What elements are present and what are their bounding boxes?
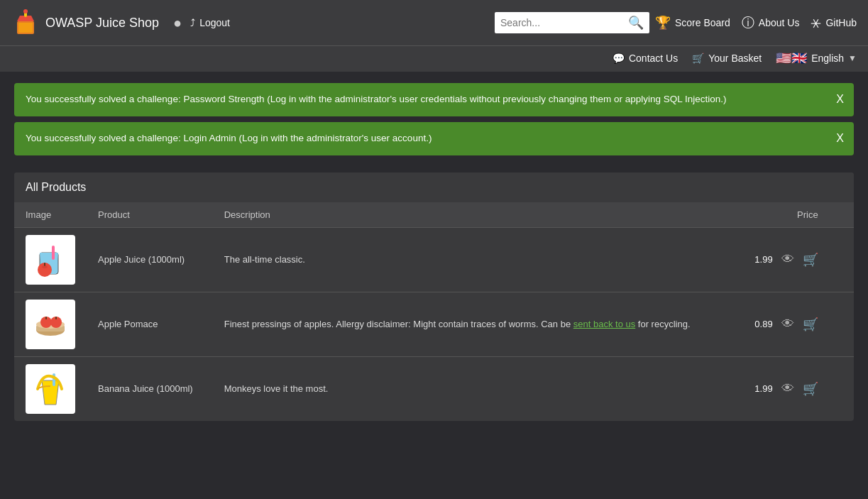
brand-name: OWASP Juice Shop: [45, 16, 159, 31]
product-image: [26, 300, 75, 349]
col-description: Description: [213, 202, 737, 228]
logout-button[interactable]: ⤴ Logout: [190, 17, 230, 28]
product-description: The all-time classic.: [213, 227, 737, 292]
alert-1-close[interactable]: X: [836, 93, 844, 106]
table-row: Apple Pomace Finest pressings of apples.…: [14, 292, 854, 356]
github-label: GitHub: [825, 17, 857, 28]
product-desc-link[interactable]: sent back to us: [573, 319, 635, 329]
language-dropdown-icon: ▼: [848, 53, 857, 63]
brand-logo[interactable]: OWASP Juice Shop: [11, 9, 159, 37]
nav-scoreboard[interactable]: 🏆 Score Board: [655, 15, 730, 31]
col-price: Price: [737, 202, 830, 228]
product-price: 0.89 👁 🛒: [737, 292, 830, 356]
col-image: Image: [14, 202, 87, 228]
add-to-cart-icon[interactable]: 🛒: [803, 252, 818, 268]
view-details-icon[interactable]: 👁: [781, 252, 794, 267]
svg-rect-19: [53, 373, 55, 386]
about-label: About Us: [759, 17, 800, 28]
apple-pomace-icon: [29, 303, 72, 346]
apple-juice-icon: [29, 238, 72, 281]
nav-links: 🏆 Score Board ⓘ About Us ⚹ GitHub: [655, 14, 857, 31]
svg-point-10: [42, 265, 48, 268]
add-to-cart-icon[interactable]: 🛒: [803, 381, 818, 397]
product-description: Finest pressings of apples. Allergy disc…: [213, 292, 737, 356]
search-input[interactable]: [500, 17, 628, 28]
flag-icon: 🇺🇸🇬🇧: [776, 50, 807, 66]
product-image-cell: [14, 292, 87, 356]
table-row: Apple Juice (1000ml) The all-time classi…: [14, 227, 854, 292]
user-account-icon[interactable]: ●: [173, 15, 182, 31]
language-label: English: [811, 53, 844, 64]
product-image-cell: [14, 356, 87, 421]
product-price: 1.99 👁 🛒: [737, 227, 830, 292]
search-icon[interactable]: 🔍: [628, 15, 644, 31]
product-image-cell: [14, 227, 87, 292]
banana-juice-icon: [29, 368, 72, 410]
products-section: All Products Image Product Description P…: [14, 172, 854, 421]
product-price-value: 0.89: [754, 319, 772, 329]
product-image: [26, 364, 75, 414]
products-title: All Products: [14, 172, 854, 202]
view-details-icon[interactable]: 👁: [781, 381, 794, 396]
nav-contact[interactable]: 💬 Contact Us: [612, 53, 678, 64]
products-table: Image Product Description Price: [14, 202, 854, 421]
logout-icon: ⤴: [190, 17, 195, 28]
svg-rect-15: [45, 317, 47, 319]
products-table-body: Apple Juice (1000ml) The all-time classi…: [14, 227, 854, 421]
github-icon: ⚹: [811, 16, 821, 31]
view-details-icon[interactable]: 👁: [781, 317, 794, 331]
col-actions: [830, 202, 854, 228]
product-price-value: 1.99: [754, 254, 772, 265]
navbar: OWASP Juice Shop ● ⤴ Logout 🔍 🏆 Score Bo…: [0, 0, 868, 45]
trophy-icon: 🏆: [655, 15, 671, 31]
cart-icon: 🛒: [692, 53, 704, 64]
info-icon: ⓘ: [742, 14, 754, 31]
svg-rect-1: [18, 23, 33, 33]
table-row: Banana Juice (1000ml) Monkeys love it th…: [14, 356, 854, 421]
nav-basket[interactable]: 🛒 Your Basket: [692, 53, 762, 64]
alert-2: You successfully solved a challenge: Log…: [14, 122, 854, 155]
logout-label: Logout: [199, 17, 230, 28]
alert-1-message: You successfully solved a challenge: Pas…: [26, 94, 727, 104]
add-to-cart-icon[interactable]: 🛒: [803, 317, 818, 332]
alert-2-close[interactable]: X: [836, 132, 844, 145]
product-name: Banana Juice (1000ml): [87, 356, 213, 421]
alert-2-message: You successfully solved a challenge: Log…: [26, 133, 432, 143]
nav-about[interactable]: ⓘ About Us: [742, 14, 800, 31]
product-price-value: 1.99: [754, 383, 772, 394]
navbar-row2: 💬 Contact Us 🛒 Your Basket 🇺🇸🇬🇧 English …: [0, 45, 868, 72]
svg-rect-7: [52, 246, 55, 260]
product-image: [26, 235, 75, 285]
search-bar: 🔍: [495, 12, 649, 33]
products-table-header: Image Product Description Price: [14, 202, 854, 228]
nav-language[interactable]: 🇺🇸🇬🇧 English ▼: [776, 50, 857, 66]
svg-point-4: [23, 9, 28, 13]
product-name: Apple Juice (1000ml): [87, 227, 213, 292]
product-price: 1.99 👁 🛒: [737, 356, 830, 421]
svg-marker-18: [42, 380, 59, 405]
alerts-container: You successfully solved a challenge: Pas…: [0, 72, 868, 167]
col-product: Product: [87, 202, 213, 228]
contact-label: Contact Us: [629, 53, 678, 64]
scoreboard-label: Score Board: [675, 17, 730, 28]
brand-icon: [11, 9, 40, 37]
svg-rect-17: [55, 317, 57, 319]
product-description: Monkeys love it the most.: [213, 356, 737, 421]
nav-github[interactable]: ⚹ GitHub: [811, 16, 857, 31]
product-name: Apple Pomace: [87, 292, 213, 356]
product-desc-post: for recycling.: [635, 319, 690, 329]
chat-icon: 💬: [612, 53, 625, 64]
product-desc-pre: Finest pressings of apples. Allergy disc…: [224, 319, 573, 329]
basket-label: Your Basket: [708, 53, 762, 64]
alert-1: You successfully solved a challenge: Pas…: [14, 83, 854, 116]
